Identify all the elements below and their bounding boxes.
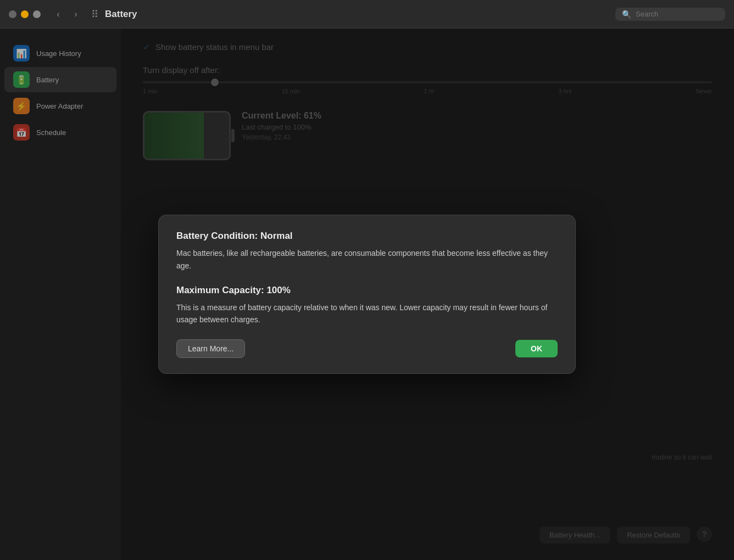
maximum-capacity-title: Maximum Capacity: 100% <box>176 285 558 296</box>
modal-overlay: Battery Condition: Normal Mac batteries,… <box>0 29 734 560</box>
traffic-lights <box>9 10 41 18</box>
search-bar[interactable]: 🔍 <box>615 8 725 21</box>
battery-condition-modal: Battery Condition: Normal Mac batteries,… <box>158 215 576 374</box>
window-title: Battery <box>105 9 137 20</box>
battery-condition-title: Battery Condition: Normal <box>176 231 558 242</box>
title-bar: ‹ › ⠿ Battery 🔍 <box>0 0 734 29</box>
back-button[interactable]: ‹ <box>52 8 65 21</box>
search-input[interactable] <box>636 10 719 18</box>
grid-icon: ⠿ <box>91 8 98 20</box>
battery-condition-body: Mac batteries, like all rechargeable bat… <box>176 247 558 272</box>
modal-buttons: Learn More... OK <box>176 339 558 358</box>
minimize-button[interactable] <box>21 10 29 18</box>
nav-buttons: ‹ › <box>52 8 82 21</box>
search-icon: 🔍 <box>622 10 631 19</box>
ok-button[interactable]: OK <box>515 340 558 357</box>
learn-more-button[interactable]: Learn More... <box>176 339 245 358</box>
maximum-capacity-body: This is a measure of battery capacity re… <box>176 301 558 326</box>
maximize-button[interactable] <box>33 10 41 18</box>
close-button[interactable] <box>9 10 16 18</box>
forward-button[interactable]: › <box>69 8 82 21</box>
